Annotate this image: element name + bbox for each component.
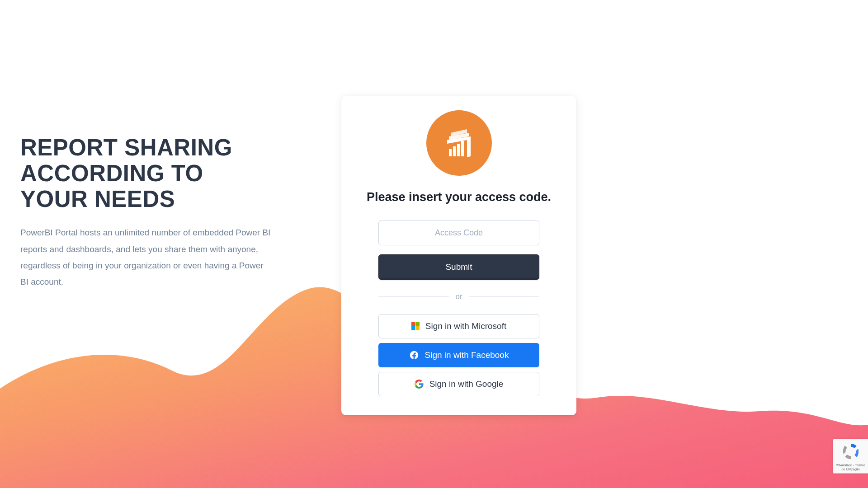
login-card: Please insert your access code. Submit o… bbox=[341, 96, 576, 415]
hero-description: PowerBI Portal hosts an unlimited number… bbox=[20, 225, 274, 290]
microsoft-icon bbox=[411, 322, 420, 330]
brand-logo-icon bbox=[426, 110, 492, 176]
signin-microsoft-button[interactable]: Sign in with Microsoft bbox=[378, 314, 539, 338]
recaptcha-icon bbox=[842, 443, 859, 460]
google-label: Sign in with Google bbox=[429, 379, 504, 389]
facebook-label: Sign in with Facebook bbox=[425, 350, 509, 360]
or-divider: or bbox=[378, 292, 539, 301]
google-icon bbox=[415, 380, 424, 389]
divider-label: or bbox=[449, 292, 468, 301]
hero-section: REPORT SHARING ACCORDING TO YOUR NEEDS P… bbox=[20, 135, 301, 353]
recaptcha-badge[interactable]: Privacidade - Termos de Utilização bbox=[833, 439, 868, 474]
svg-rect-2 bbox=[457, 144, 460, 156]
card-heading: Please insert your access code. bbox=[360, 190, 557, 204]
facebook-icon bbox=[409, 350, 419, 360]
svg-rect-0 bbox=[449, 149, 452, 156]
access-code-input[interactable] bbox=[378, 221, 539, 245]
hero-title: REPORT SHARING ACCORDING TO YOUR NEEDS bbox=[20, 135, 274, 212]
signin-google-button[interactable]: Sign in with Google bbox=[378, 372, 539, 396]
svg-rect-3 bbox=[461, 141, 464, 156]
recaptcha-terms: Privacidade - Termos de Utilização bbox=[835, 464, 866, 471]
submit-button[interactable]: Submit bbox=[378, 254, 539, 280]
signin-facebook-button[interactable]: Sign in with Facebook bbox=[378, 343, 539, 367]
microsoft-label: Sign in with Microsoft bbox=[425, 321, 507, 331]
svg-rect-1 bbox=[453, 146, 456, 156]
